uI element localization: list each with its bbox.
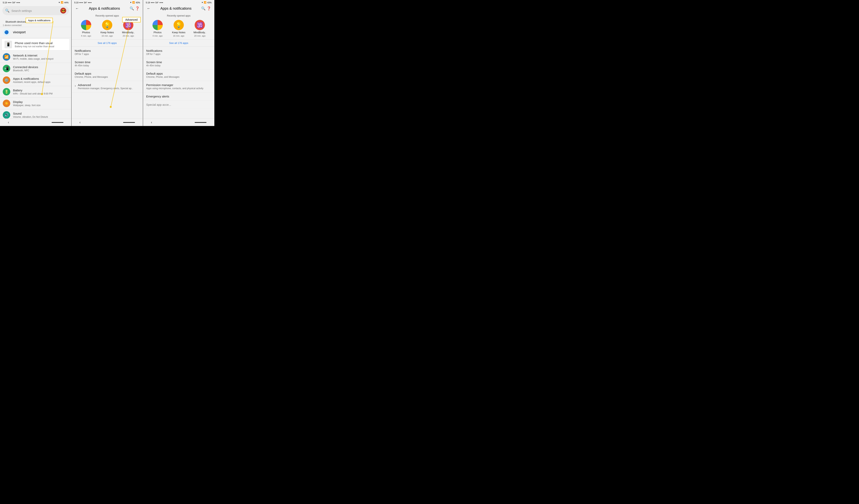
bt-device-item[interactable]: 🔵 vivosport xyxy=(0,27,71,38)
back-button-2[interactable]: ‹ xyxy=(79,120,80,124)
time-2: 5:19 xyxy=(74,1,78,4)
chevron-icon-2: › xyxy=(75,84,76,88)
panel-apps-expanded: 5:19 ●●● 54° ●●● ▾ 📶 43% ← Apps & notifi… xyxy=(143,0,214,126)
menu-emergency-3[interactable]: Emergency alerts xyxy=(143,92,214,100)
setting-display[interactable]: ☀️ Display Wallpaper, sleep, font size xyxy=(0,98,71,109)
search-icon-2[interactable]: 🔍 xyxy=(129,6,135,11)
battery-icon: 🔋 xyxy=(3,88,10,95)
warning-phone-icon: 📱 xyxy=(4,41,12,48)
bottom-nav-2: ‹ xyxy=(72,119,143,126)
signal-3: ●●● xyxy=(151,2,154,3)
status-bar-3: 5:19 ●●● 54° ●●● ▾ 📶 43% xyxy=(143,0,214,4)
bt-device-name: vivosport xyxy=(13,31,26,34)
battery-1: 44% xyxy=(64,1,69,4)
back-icon-2[interactable]: ← xyxy=(74,6,80,11)
wifi-3: ▾ xyxy=(202,1,203,4)
back-button-1[interactable]: ‹ xyxy=(8,120,9,124)
home-pill-1[interactable] xyxy=(51,122,63,123)
status-bar-2: 5:19 ●●● 54° ●●● ▾ 📶 43% xyxy=(72,0,143,4)
app-row-2: Photos 4 min. ago 💡 Keep Notes 16 min. a… xyxy=(72,19,143,40)
menu-permission-3[interactable]: Permission manager Apps using microphone… xyxy=(143,81,214,92)
menu-screentime-2[interactable]: Screen time 4h 45m today xyxy=(72,58,143,69)
app-keep-3[interactable]: 💡 Keep Notes 16 min. ago xyxy=(171,20,186,37)
extra-3: ●●● xyxy=(160,2,163,3)
battery-3: 43% xyxy=(207,1,212,4)
keep-icon-2: 💡 xyxy=(102,20,112,30)
warning-item[interactable]: 📱 Phone used more than usual Battery may… xyxy=(2,38,70,50)
app-keep-2[interactable]: 💡 Keep Notes 16 min. ago xyxy=(99,20,115,37)
signal-2: ●●● xyxy=(79,2,83,3)
top-bar-2: ← Apps & notifications 🔍 ❓ xyxy=(72,4,143,12)
apps-text: Apps & notifications Assistant, recent a… xyxy=(13,77,69,83)
menu-screentime-3[interactable]: Screen time 4h 45m today xyxy=(143,58,214,69)
panel3-title: Apps & notifications xyxy=(151,6,200,11)
menu-advanced-2[interactable]: › Advanced Permission manager, Emergency… xyxy=(72,81,143,92)
panel2-title: Apps & notifications xyxy=(80,6,129,11)
apps-icon: ⚙️ xyxy=(3,76,10,84)
help-icon-2[interactable]: ❓ xyxy=(135,6,140,11)
signal-icon-1: 📶 xyxy=(61,1,63,4)
mindbody-icon-3: 🕉️ xyxy=(195,20,205,30)
settings-list: 📶 Network & internet Wi-Fi, mobile, data… xyxy=(0,51,71,119)
search-bar[interactable]: 🔍 Search settings 😎 xyxy=(2,6,69,15)
wifi-2: ▾ xyxy=(130,1,132,4)
panel-apps-notifications: 5:19 ●●● 54° ●●● ▾ 📶 43% ← Apps & notifi… xyxy=(72,0,143,126)
warning-text: Phone used more than usual Battery may r… xyxy=(15,41,54,48)
time-3: 5:19 xyxy=(146,1,150,4)
app-photos-2[interactable]: Photos 4 min. ago xyxy=(78,20,94,37)
app-mindbody-2[interactable]: 🕉️ MindBody.. 20 min. ago xyxy=(120,20,136,37)
bluetooth-sub: 1 device connected xyxy=(3,24,69,26)
menu-defaultapps-2[interactable]: Default apps Chrome, Phone, and Messages xyxy=(72,69,143,81)
sound-icon: 🔊 xyxy=(3,111,10,119)
battery-text: Battery 44% - Should last until about 9:… xyxy=(13,89,69,95)
time-1: 5:19 xyxy=(3,1,7,4)
setting-sound[interactable]: 🔊 Sound Volume, vibration, Do Not Distur… xyxy=(0,109,71,119)
see-all-3[interactable]: See all 176 apps xyxy=(143,40,214,47)
home-pill-2[interactable] xyxy=(123,122,135,123)
mindbody-icon-2: 🕉️ xyxy=(123,20,133,30)
setting-battery[interactable]: 🔋 Battery 44% - Should last until about … xyxy=(0,86,71,98)
setting-connected[interactable]: 📲 Connected devices Bluetooth, NFC xyxy=(0,63,71,75)
signal-icon-2: 📶 xyxy=(132,1,135,4)
signal-icon-3: 📶 xyxy=(204,1,207,4)
setting-apps[interactable]: ⚙️ Apps & notifications Assistant, recen… xyxy=(0,75,71,86)
photos-icon-2 xyxy=(81,20,91,30)
avatar[interactable]: 😎 xyxy=(60,8,66,14)
app-mindbody-3[interactable]: 🕉️ MindBody.. 20 min. ago xyxy=(192,20,208,37)
search-icon: 🔍 xyxy=(5,9,10,13)
menu-notifications-2[interactable]: Notifications Off for 7 apps xyxy=(72,47,143,58)
warning-title: Phone used more than usual xyxy=(15,41,54,45)
search-icon-3[interactable]: 🔍 xyxy=(200,6,206,11)
wifi-icon-1: ▾ xyxy=(59,1,60,4)
back-icon-3[interactable]: ← xyxy=(146,6,151,11)
setting-network[interactable]: 📶 Network & internet Wi-Fi, mobile, data… xyxy=(0,51,71,63)
recently-label-2: Recently opened apps xyxy=(72,12,143,19)
display-text: Display Wallpaper, sleep, font size xyxy=(13,100,69,107)
photos-icon-3 xyxy=(152,20,163,30)
advanced-text-2: Advanced Permission manager, Emergency a… xyxy=(78,83,133,90)
top-bar-3: ← Apps & notifications 🔍 ❓ xyxy=(143,4,214,12)
temp-2: 54° xyxy=(84,1,87,4)
help-icon-3[interactable]: ❓ xyxy=(206,6,212,11)
extra-dots-1: ●●● xyxy=(16,2,20,3)
network-icon: 📶 xyxy=(3,53,10,61)
app-row-3: Photos 4 min. ago 💡 Keep Notes 16 min. a… xyxy=(143,19,214,40)
back-button-3[interactable]: ‹ xyxy=(151,120,152,124)
temp-1: 54° xyxy=(12,1,16,4)
recently-label-3: Recently opened apps xyxy=(143,12,214,19)
extra-2: ●●● xyxy=(88,2,92,3)
menu-notifications-3[interactable]: Notifications Off for 7 apps xyxy=(143,47,214,58)
temp-3: 54° xyxy=(155,1,159,4)
warning-sub: Battery may run out earlier than usual xyxy=(15,45,54,48)
home-pill-3[interactable] xyxy=(195,122,207,123)
see-all-2[interactable]: See all 176 apps xyxy=(72,40,143,47)
connected-icon: 📲 xyxy=(3,65,10,72)
menu-special-3[interactable]: Special app acce... xyxy=(143,100,214,109)
app-photos-3[interactable]: Photos 4 min. ago xyxy=(150,20,166,37)
display-icon: ☀️ xyxy=(3,100,10,107)
panel-settings: 5:19 ●●● 54° ●●● ▾ 📶 44% 🔍 Search settin… xyxy=(0,0,72,126)
menu-defaultapps-3[interactable]: Default apps Chrome, Phone, and Messages xyxy=(143,69,214,81)
connected-text: Connected devices Bluetooth, NFC xyxy=(13,65,69,72)
bluetooth-header: Bluetooth devices xyxy=(3,18,69,24)
search-placeholder: Search settings xyxy=(12,9,60,12)
